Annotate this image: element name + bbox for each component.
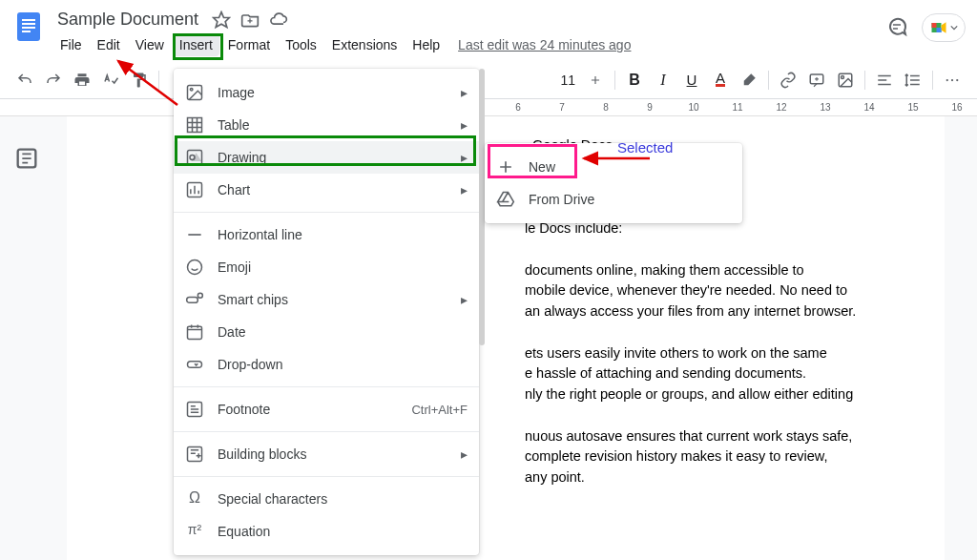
hr-icon: [185, 225, 204, 244]
move-icon[interactable]: [240, 10, 260, 30]
chevron-right-icon: ▸: [461, 292, 468, 307]
menu-item-hr[interactable]: Horizontal line: [174, 218, 479, 251]
chips-icon: [185, 290, 204, 309]
svg-rect-25: [188, 447, 202, 462]
menu-item-blocks[interactable]: Building blocks▸: [174, 438, 479, 470]
align-button[interactable]: [871, 67, 898, 93]
submenu-item-drive[interactable]: From Drive: [485, 183, 742, 216]
underline-button[interactable]: U: [678, 67, 705, 93]
svg-point-11: [956, 78, 958, 80]
menu-item-footnote[interactable]: FootnoteCtrl+Alt+F: [174, 393, 479, 425]
chevron-right-icon: ▸: [461, 446, 468, 462]
paint-format-button[interactable]: [126, 67, 153, 93]
comment-button[interactable]: [803, 67, 830, 93]
menu-item-special[interactable]: ΩSpecial characters: [174, 483, 479, 515]
chevron-right-icon: ▸: [461, 182, 468, 197]
link-button[interactable]: [775, 67, 801, 93]
redo-button[interactable]: [40, 67, 67, 93]
body-text: an always access your files from any int…: [525, 301, 906, 322]
footnote-icon: [185, 400, 204, 419]
body-text: ets users easily invite others to work o…: [525, 343, 906, 364]
date-icon: [185, 322, 204, 342]
font-size-input[interactable]: 11: [555, 70, 580, 91]
dropdown-icon: [185, 355, 204, 374]
svg-rect-3: [22, 27, 35, 29]
spellcheck-button[interactable]: [97, 67, 124, 93]
menubar: File Edit View Insert Format Tools Exten…: [53, 33, 885, 56]
body-text: nly the right people or groups, and allo…: [525, 384, 906, 405]
chevron-right-icon: ▸: [461, 117, 468, 133]
body-text: complete revision history makes it easy …: [525, 446, 906, 467]
menu-format[interactable]: Format: [221, 33, 277, 56]
menu-file[interactable]: File: [53, 33, 89, 56]
svg-point-14: [190, 88, 193, 91]
menu-item-emoji[interactable]: Emoji: [174, 251, 479, 283]
annotation-label-selected: Selected: [617, 139, 673, 156]
svg-point-9: [946, 78, 948, 80]
menu-view[interactable]: View: [129, 33, 171, 56]
menu-insert[interactable]: Insert: [173, 33, 219, 56]
menu-tools[interactable]: Tools: [279, 33, 323, 56]
menu-edit[interactable]: Edit: [91, 33, 127, 56]
plus-icon: [496, 157, 515, 176]
svg-point-10: [951, 78, 953, 80]
body-text: mobile device, whenever they're needed. …: [525, 280, 906, 301]
menu-help[interactable]: Help: [405, 33, 447, 56]
submenu-item-new[interactable]: New: [485, 151, 742, 183]
svg-rect-2: [22, 23, 35, 25]
undo-button[interactable]: [11, 67, 38, 93]
svg-rect-1: [22, 19, 35, 21]
menu-item-dropdown[interactable]: Drop-down: [174, 348, 479, 381]
svg-point-21: [197, 293, 202, 298]
highlight-button[interactable]: [736, 67, 762, 93]
shortcut-text: Ctrl+Alt+F: [411, 403, 468, 417]
menu-item-drawing[interactable]: Drawing▸: [174, 141, 479, 174]
svg-rect-20: [187, 298, 198, 303]
drawing-submenu: New From Drive: [485, 143, 742, 223]
menu-item-chips[interactable]: Smart chips▸: [174, 283, 479, 316]
body-text: nuous autosave ensures that current work…: [525, 426, 906, 447]
bold-button[interactable]: B: [621, 67, 648, 93]
body-text: documents online, making them accessible…: [525, 260, 906, 281]
text-color-button[interactable]: A: [707, 67, 734, 93]
docs-logo[interactable]: [11, 10, 46, 44]
chart-icon: [185, 180, 204, 199]
italic-button[interactable]: I: [650, 67, 676, 93]
font-size-increase[interactable]: [582, 67, 609, 93]
svg-rect-15: [188, 118, 202, 133]
ruler[interactable]: 6789101112131415161718: [0, 99, 977, 116]
line-spacing-button[interactable]: [900, 67, 926, 93]
outline-toggle-icon[interactable]: [13, 145, 40, 172]
svg-marker-5: [214, 11, 230, 27]
blocks-icon: [185, 445, 204, 464]
table-icon: [185, 115, 204, 135]
svg-rect-22: [188, 326, 202, 339]
menu-item-equation[interactable]: π²Equation: [174, 515, 479, 548]
insert-image-button[interactable]: [832, 67, 859, 93]
body-text: e hassle of attaching and sending docume…: [525, 363, 906, 384]
drive-icon: [496, 190, 515, 209]
svg-rect-4: [22, 31, 31, 32]
svg-point-19: [188, 260, 202, 275]
menu-item-chart[interactable]: Chart▸: [174, 174, 479, 206]
cloud-icon[interactable]: [269, 10, 288, 30]
last-edit-link[interactable]: Last edit was 24 minutes ago: [458, 37, 631, 52]
menu-item-date[interactable]: Date: [174, 316, 479, 348]
comment-history-icon[interactable]: [885, 16, 908, 39]
meet-button[interactable]: [922, 13, 966, 42]
menu-extensions[interactable]: Extensions: [325, 33, 404, 56]
chevron-right-icon: ▸: [461, 150, 468, 165]
pi-icon: π²: [185, 522, 204, 541]
print-button[interactable]: [69, 67, 95, 93]
more-button[interactable]: [939, 67, 966, 93]
body-text: any point.: [525, 467, 906, 488]
drawing-icon: [185, 148, 204, 167]
star-icon[interactable]: [212, 10, 231, 30]
image-icon: [185, 83, 204, 102]
menu-item-table[interactable]: Table▸: [174, 109, 479, 141]
menu-item-image[interactable]: Image▸: [174, 76, 479, 109]
document-title[interactable]: Sample Document: [53, 8, 202, 31]
svg-point-8: [842, 75, 844, 78]
omega-icon: Ω: [185, 489, 204, 508]
insert-menu: Image▸ Table▸ Drawing▸ Chart▸ Horizontal…: [174, 69, 479, 555]
